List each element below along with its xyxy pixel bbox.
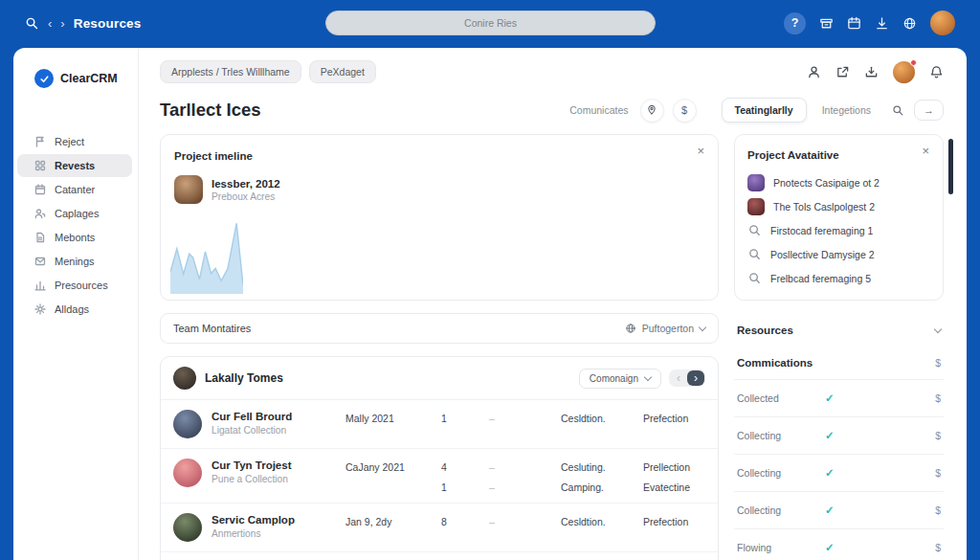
avatar [174, 175, 203, 204]
member-dash: – [489, 413, 561, 424]
person-subtitle: Preboux Acres [212, 191, 280, 202]
amount-label: $ [935, 504, 941, 516]
resource-row[interactable]: Collecting ✓ $ [734, 454, 944, 491]
avatar [747, 174, 765, 191]
global-search-input[interactable]: Conire Ries [325, 11, 656, 35]
sidebar-item-presources[interactable]: Presources [17, 274, 132, 297]
sidebar-item-label: Alldags [55, 303, 89, 315]
user-avatar[interactable] [930, 11, 955, 35]
card-title: Project imeline [174, 150, 253, 162]
sidebar-item-revests[interactable]: Revests [17, 154, 132, 177]
member-row[interactable]: Gone Aotedord Uesiars Biors Ealty 2021 0… [161, 552, 718, 560]
member-row[interactable]: Servic Camplop Anmertions Jan 9, 2dy 8 –… [161, 504, 718, 552]
avatar [173, 410, 202, 438]
member-status: Cesldtion. [561, 413, 643, 424]
resource-row[interactable]: Collecting ✓ $ [734, 416, 944, 454]
avatar [173, 513, 202, 542]
breadcrumb-aux[interactable]: PeXdaget [309, 60, 376, 83]
list-item[interactable]: Pnotects Casipaige ot 2 [747, 170, 930, 194]
help-button[interactable]: ? [784, 12, 806, 34]
member-count: 4 [441, 461, 489, 473]
export-icon[interactable] [835, 65, 850, 79]
download-icon[interactable] [875, 16, 889, 31]
commications-section[interactable]: Commications $ [734, 347, 944, 379]
close-icon[interactable]: × [920, 143, 931, 159]
topbar-title: Resources [74, 16, 142, 31]
calendar-icon[interactable] [847, 16, 861, 31]
sidebar-item-label: Reject [55, 136, 84, 147]
project-avataitive-card: Project Avataitive × Pnotects Casipaige … [734, 134, 944, 301]
member-count: 1 [441, 482, 489, 493]
tab-teatinglarlly[interactable]: Teatinglarlly [722, 98, 807, 123]
app-window: ClearCRM Reject Revests Catanter [13, 48, 967, 560]
list-item[interactable]: The Tols Caslpolgest 2 [747, 194, 930, 218]
search-icon[interactable] [25, 16, 39, 31]
item-label: The Tols Caslpolgest 2 [773, 201, 875, 213]
box-icon[interactable] [819, 16, 834, 31]
calendar-icon [34, 184, 46, 195]
sidebar-item-label: Menings [55, 256, 95, 267]
brand[interactable]: ClearCRM [34, 69, 138, 88]
prev-page-button[interactable]: ‹ [670, 370, 687, 386]
amount-label: $ [935, 467, 941, 479]
member-date: Jan 9, 2dy [345, 513, 441, 527]
list-item[interactable]: Frelbcad feremaging 5 [747, 266, 930, 290]
member-row[interactable]: Cur Tyn Trojest Pune a Collection CaJany… [161, 449, 718, 504]
inbox-icon[interactable] [864, 65, 879, 79]
resources-section[interactable]: Resources [734, 314, 944, 347]
sidebar-item-catanter[interactable]: Catanter [17, 178, 132, 201]
right-column: Project Avataitive × Pnotects Casipaige … [734, 134, 944, 560]
settings-icon [34, 303, 46, 315]
list-item[interactable]: Posllective Damysige 2 [747, 242, 930, 266]
close-icon[interactable]: × [695, 143, 706, 159]
person-icon[interactable] [807, 65, 821, 79]
arrow-right-button[interactable]: → [914, 100, 944, 121]
card-title: Project Avataitive [747, 149, 839, 161]
main-area: Arpplests / Trles Willlhame PeXdaget [139, 48, 967, 560]
chevron-down-icon [699, 323, 706, 330]
bell-icon[interactable] [929, 65, 944, 79]
next-page-button[interactable]: › [687, 370, 704, 386]
globe-icon [625, 323, 636, 334]
resource-label: Collecting [737, 504, 825, 516]
sidebar-item-label: Catanter [55, 184, 95, 195]
dollar-label: $ [935, 357, 941, 369]
sidebar-item-mebonts[interactable]: Mebonts [17, 226, 132, 249]
communicates-label: Comunicates [569, 104, 628, 116]
member-row[interactable]: Cur Fell Brourd Ligatat Collection Mally… [161, 400, 718, 449]
breadcrumb[interactable]: Arpplests / Trles Willlhame [160, 60, 301, 83]
sidebar-item-caplages[interactable]: Caplages [17, 202, 132, 225]
grid-icon [34, 160, 46, 171]
pin-button[interactable] [640, 99, 664, 123]
query-icon [747, 247, 762, 261]
sidebar-item-reject[interactable]: Reject [17, 130, 132, 153]
member-name: Cur Fell Brourd [212, 411, 345, 422]
forward-icon[interactable]: › [60, 17, 64, 30]
sidebar-item-alldags[interactable]: Alldags [17, 298, 132, 321]
search-icon[interactable] [886, 104, 910, 117]
team-dropdown[interactable]: Puftogerton [625, 323, 705, 334]
check-icon: ✓ [825, 429, 835, 442]
resource-row[interactable]: Collecting ✓ $ [734, 491, 944, 528]
campaign-dropdown[interactable]: Comonaign [579, 369, 661, 389]
list-item[interactable]: Firstocad feremaging 1 [747, 218, 930, 242]
sidebar-item-menings[interactable]: Menings [17, 250, 132, 273]
resource-row[interactable]: Flowing ✓ $ [734, 528, 944, 560]
person-name: Iessber, 2012 [212, 178, 280, 190]
resource-row[interactable]: Collected ✓ $ [734, 379, 944, 416]
chevron-down-icon [934, 325, 942, 332]
sidebar-item-label: Presources [55, 280, 108, 291]
tab-integetions[interactable]: Integetions [811, 99, 882, 122]
scrollbar-thumb[interactable] [948, 139, 953, 194]
globe-icon[interactable] [902, 16, 917, 31]
user-avatar[interactable] [893, 61, 915, 83]
commications-label: Commications [737, 357, 813, 369]
dollar-button[interactable]: $ [673, 99, 697, 123]
member-subtitle: Ligatat Collection [212, 425, 345, 436]
query-icon [747, 223, 762, 237]
item-label: Pnotects Casipaige ot 2 [773, 177, 880, 189]
back-icon[interactable]: ‹ [48, 17, 52, 30]
item-label: Firstocad feremaging 1 [770, 225, 873, 236]
avatar [747, 198, 765, 215]
amount-label: $ [935, 542, 941, 553]
